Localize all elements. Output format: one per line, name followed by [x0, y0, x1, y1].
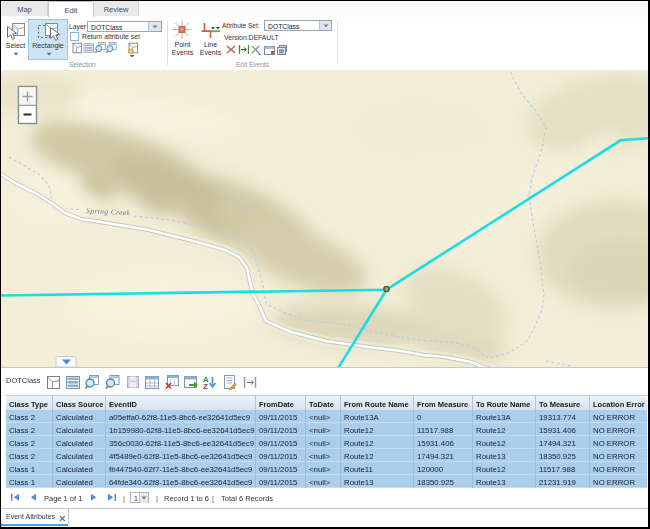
svg-text:Z: Z: [203, 382, 208, 391]
